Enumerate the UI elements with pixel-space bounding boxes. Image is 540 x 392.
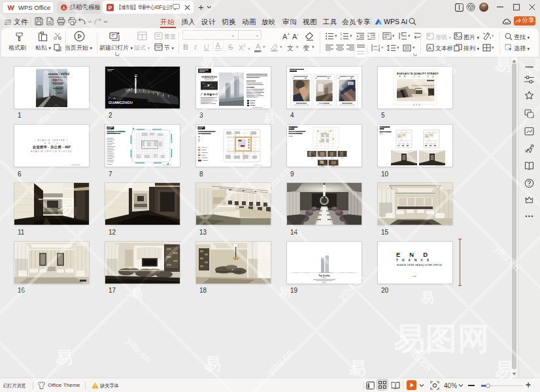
svg-text:华新中心: 华新中心 [322,277,327,279]
svg-text:A: A [428,45,432,51]
svg-text:HUAXIN OFFICE FLOORS: HUAXIN OFFICE FLOORS [31,150,72,153]
svg-text:企业层平 · 办公层 - 40F: 企业层平 · 办公层 - 40F [32,145,71,150]
svg-text:广州 华新中心: 广州 华新中心 [60,71,71,74]
svg-text:END: END [396,251,437,258]
svg-text:1: 1 [341,33,342,36]
svg-text:GUANGZHOU: GUANGZHOU [109,101,133,105]
svg-text:2: 2 [341,37,342,40]
svg-text:GUANGZHOU: GUANGZHOU [201,76,217,78]
svg-text:HUAXIN CHIEF HEADQUATER OFFICE: HUAXIN CHIEF HEADQUATER OFFICE [397,264,442,267]
svg-text:THANKS: THANKS [396,259,433,262]
svg-text:| HUAXIN CENTER |: | HUAXIN CENTER | [35,139,68,142]
svg-text:广 州: 广 州 [109,97,116,100]
svg-text:华 新: 华 新 [413,275,416,278]
svg-text:ELEGANCE QUALITY STEADY: ELEGANCE QUALITY STEADY [397,72,439,75]
svg-text:华 新 · 中 心 · 企 业: 华 新 · 中 心 · 企 业 [399,75,435,78]
svg-text:广州华新中心: 广州华新中心 [200,92,218,97]
svg-text:华 新 中 心: 华 新 中 心 [44,142,59,144]
svg-text:华 新: 华 新 [322,281,326,284]
svg-text:变: 变 [303,44,309,52]
svg-text:文: 文 [287,44,294,52]
svg-text:P: P [109,5,112,10]
svg-text:4 7 6: 4 7 6 [413,104,420,106]
